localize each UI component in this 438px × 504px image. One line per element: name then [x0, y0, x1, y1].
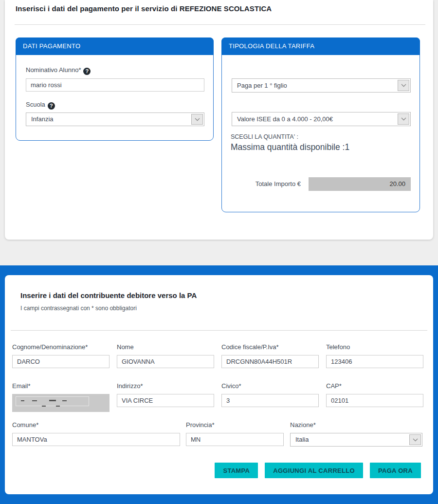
- indirizzo-input[interactable]: [117, 394, 214, 407]
- scuola-select[interactable]: Infanzia: [26, 112, 204, 126]
- totale-importo-value: 20.00: [309, 177, 411, 191]
- dati-pagamento-header: DATI PAGAMENTO: [16, 37, 214, 55]
- paga-ora-button[interactable]: PAGA ORA: [370, 463, 421, 478]
- chevron-down-icon[interactable]: [398, 113, 409, 125]
- aggiungi-al-carrello-button[interactable]: AGGIUNGI AL CARRELLO: [265, 463, 363, 478]
- scuola-label: Scuola?: [26, 101, 55, 110]
- indirizzo-label: Indirizzo*: [117, 382, 214, 390]
- tipologia-tariffa-header: TIPOLOGIA DELLA TARIFFA: [221, 37, 420, 55]
- nome-input[interactable]: [117, 355, 214, 368]
- civico-input[interactable]: [221, 394, 319, 407]
- nazione-select[interactable]: Italia: [290, 433, 422, 447]
- title-divider: [15, 24, 425, 25]
- cap-input[interactable]: [326, 394, 423, 407]
- chevron-down-icon[interactable]: [398, 80, 409, 91]
- chevron-down-icon[interactable]: [191, 114, 203, 125]
- debtor-data-card: Inserire i dati del contribuente debitor…: [5, 275, 433, 494]
- debtor-form-title: Inserire i dati del contribuente debitor…: [20, 291, 197, 299]
- required-fields-note: I campi contrassegnati con * sono obblig…: [20, 305, 137, 312]
- tariffa-isee-select[interactable]: Valore ISEE da 0 a 4.000 - 20,00€: [232, 112, 411, 126]
- provincia-label: Provincia*: [186, 421, 284, 429]
- cognome-label: Cognome/Denominazione*: [12, 343, 110, 351]
- help-icon[interactable]: ?: [83, 68, 91, 75]
- action-buttons: STAMPA AGGIUNGI AL CARRELLO PAGA ORA: [215, 463, 421, 478]
- tipologia-tariffa-panel: TIPOLOGIA DELLA TARIFFA Paga per 1 ° fig…: [221, 37, 420, 212]
- nominativo-alunno-label: Nominativo Alunno*?: [26, 66, 91, 75]
- figlio-select[interactable]: Paga per 1 ° figlio: [232, 78, 411, 93]
- dati-pagamento-panel: DATI PAGAMENTO Nominativo Alunno*? Scuol…: [16, 37, 214, 141]
- nome-label: Nome: [117, 343, 214, 351]
- stampa-button[interactable]: STAMPA: [215, 463, 258, 478]
- cap-label: CAP*: [326, 382, 423, 390]
- civico-label: Civico*: [221, 382, 319, 390]
- email-label: Email*: [12, 382, 110, 390]
- comune-input[interactable]: [12, 433, 180, 446]
- codice-fiscale-label: Codice fiscale/P.Iva*: [221, 343, 319, 351]
- telefono-label: Telefono: [326, 343, 423, 351]
- codice-fiscale-input[interactable]: [221, 355, 319, 368]
- payment-data-card: Inserisci i dati del pagamento per il se…: [5, 0, 433, 240]
- nominativo-alunno-input[interactable]: [26, 78, 204, 92]
- email-field-redacted[interactable]: [12, 394, 110, 412]
- chevron-down-icon[interactable]: [409, 434, 421, 445]
- cognome-input[interactable]: [12, 355, 110, 368]
- totale-importo-label: Totale Importo €: [232, 180, 301, 187]
- provincia-input[interactable]: [186, 433, 284, 446]
- scegli-quantita-label: SCEGLI LA QUANTITA' :: [231, 133, 298, 140]
- help-icon[interactable]: ?: [48, 102, 55, 110]
- debtor-section-background: Inserire i dati del contribuente debitor…: [0, 265, 438, 504]
- form-divider: [11, 330, 427, 331]
- telefono-input[interactable]: [326, 355, 423, 368]
- massima-quantita-label: Massima quantità disponibile :1: [231, 142, 349, 152]
- nazione-label: Nazione*: [290, 421, 422, 429]
- page-title: Inserisci i dati del pagamento per il se…: [16, 4, 272, 13]
- email-input-outline: [16, 396, 89, 406]
- comune-label: Comune*: [12, 421, 180, 429]
